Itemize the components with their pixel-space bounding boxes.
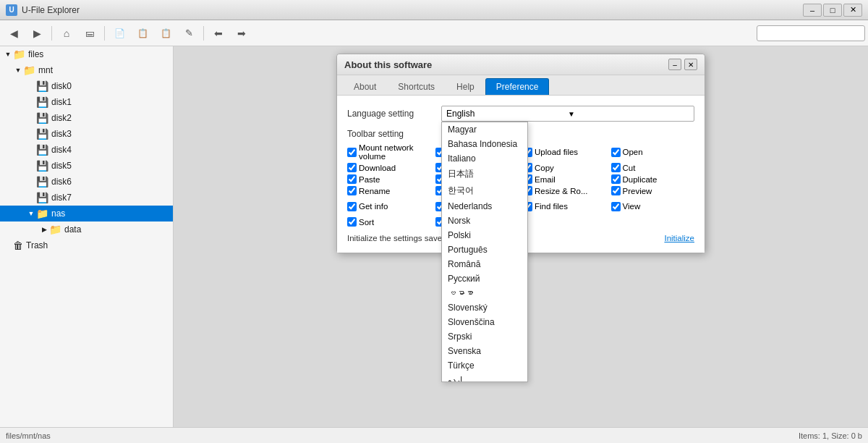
lang-option-italiano[interactable]: Italiano	[442, 151, 527, 166]
checkbox-upload: Upload files	[523, 143, 607, 161]
lang-option-japanese[interactable]: 日本語	[442, 166, 527, 182]
dialog-minimize-button[interactable]: –	[668, 59, 681, 70]
checkbox-preview-label: Preview	[623, 187, 652, 195]
sidebar-label-files: files	[28, 49, 43, 59]
sidebar-item-disk0[interactable]: 💾 disk0	[0, 78, 173, 94]
toolbar-sep-3	[203, 26, 204, 41]
lang-option-romanian[interactable]: Română	[442, 257, 527, 271]
checkbox-findfiles-label: Find files	[535, 202, 568, 211]
lang-option-slovenian[interactable]: Slovenščina	[442, 315, 527, 329]
tab-preference[interactable]: Preference	[485, 78, 550, 95]
checkbox-email: Email	[523, 174, 607, 184]
lang-option-burmese[interactable]: ဗမာစာ	[442, 286, 527, 300]
paste-button[interactable]: 📋	[155, 23, 176, 43]
checkbox-cut: Cut	[611, 163, 695, 172]
checkbox-sort-input[interactable]	[347, 217, 357, 227]
lang-option-dutch[interactable]: Nederlands	[442, 199, 527, 214]
dialog-titlebar: About this software – ✕	[337, 54, 705, 75]
lang-option-bahasa[interactable]: Bahasa Indonesia	[442, 137, 527, 151]
lang-option-urdu[interactable]: اردو	[442, 373, 527, 382]
toolbar: ◀ ▶ ⌂ 🖴 📄 📋 📋 ✎ ⬅ ➡	[0, 20, 868, 46]
redo-button[interactable]: ➡	[231, 23, 252, 43]
sidebar-item-disk2[interactable]: 💾 disk2	[0, 110, 173, 126]
language-label: Language setting	[347, 109, 441, 119]
checkbox-mount-input[interactable]	[347, 148, 357, 157]
title-bar: U U-File Explorer – □ ✕	[0, 0, 868, 20]
maximize-button[interactable]: □	[823, 4, 842, 17]
sidebar-item-nas[interactable]: ▼ 📁 nas	[0, 206, 173, 222]
checkbox-rename-label: Rename	[359, 187, 390, 195]
lang-option-turkish[interactable]: Türkçe	[442, 358, 527, 373]
tab-help[interactable]: Help	[446, 78, 485, 95]
undo-button[interactable]: ⬅	[208, 23, 229, 43]
checkbox-sort-label: Sort	[359, 218, 374, 227]
drive-button[interactable]: 🖴	[79, 23, 101, 43]
lang-option-slovak[interactable]: Slovenský	[442, 300, 527, 315]
sidebar-item-disk1[interactable]: 💾 disk1	[0, 94, 173, 110]
dialog-tabs: About Shortcuts Help Preference	[337, 75, 705, 96]
checkbox-mount: Mount network volume	[347, 143, 431, 161]
status-bar: files/mnt/nas Items: 1, Size: 0 b	[0, 427, 868, 443]
checkbox-resize-label: Resize & Ro...	[535, 187, 588, 195]
info-label: Items: 1, Size: 0 b	[799, 431, 862, 440]
back-button[interactable]: ◀	[3, 23, 25, 43]
checkbox-preview-input[interactable]	[611, 186, 621, 195]
init-link[interactable]: Initialize	[664, 234, 694, 242]
search-input[interactable]	[757, 25, 865, 41]
about-dialog: About this software – ✕ About Shortcuts …	[336, 54, 705, 253]
checkbox-copy: Copy	[523, 163, 607, 172]
checkbox-upload-label: Upload files	[535, 148, 578, 156]
checkbox-getinfo-input[interactable]	[347, 202, 357, 211]
lang-option-magyar[interactable]: Magyar	[442, 122, 527, 137]
lang-option-srpski[interactable]: Srpski	[442, 329, 527, 344]
checkbox-findfiles: Find files	[523, 198, 607, 215]
language-select-wrapper: English ▼ Magyar Bahasa Indonesia Italia…	[441, 106, 694, 122]
folder-icon-mnt: 📁	[23, 64, 35, 76]
sidebar-item-disk5[interactable]: 💾 disk5	[0, 158, 173, 174]
checkbox-paste-input[interactable]	[347, 174, 357, 184]
sidebar: ▼ 📁 files ▼ 📁 mnt 💾 disk0 💾 disk1 💾 disk…	[0, 46, 174, 427]
lang-option-swedish[interactable]: Svenska	[442, 344, 527, 358]
checkbox-paste: Paste	[347, 174, 431, 184]
sidebar-label-mnt: mnt	[38, 65, 53, 75]
checkbox-download-input[interactable]	[347, 163, 357, 172]
tab-shortcuts[interactable]: Shortcuts	[387, 78, 446, 95]
checkbox-view-input[interactable]	[611, 202, 621, 211]
checkbox-duplicate-input[interactable]	[611, 174, 621, 184]
dialog-close-button[interactable]: ✕	[684, 59, 697, 70]
lang-option-korean[interactable]: 한국어	[442, 182, 527, 199]
sidebar-item-trash[interactable]: 🗑 Trash	[0, 237, 173, 253]
new-file-button[interactable]: 📄	[109, 23, 130, 43]
checkbox-rename-input[interactable]	[347, 186, 357, 195]
tab-about[interactable]: About	[343, 78, 387, 95]
lang-option-polski[interactable]: Polski	[442, 228, 527, 242]
lang-option-russian[interactable]: Русский	[442, 271, 527, 286]
forward-button[interactable]: ▶	[26, 23, 48, 43]
checkbox-duplicate-label: Duplicate	[623, 175, 658, 184]
edit-button[interactable]: ✎	[178, 23, 200, 43]
lang-option-norsk[interactable]: Norsk	[442, 214, 527, 228]
checkbox-cut-input[interactable]	[611, 163, 621, 172]
sidebar-item-disk4[interactable]: 💾 disk4	[0, 142, 173, 158]
sidebar-item-files[interactable]: ▼ 📁 files	[0, 46, 173, 62]
content-area: 📁 data About this software – ✕ About Sho…	[174, 46, 868, 427]
sidebar-label-trash: Trash	[26, 240, 48, 250]
checkbox-open: Open	[611, 143, 695, 161]
language-select-display[interactable]: English ▼	[441, 106, 694, 122]
search-box	[757, 25, 865, 41]
sidebar-item-disk7[interactable]: 💾 disk7	[0, 190, 173, 206]
checkbox-paste-label: Paste	[359, 175, 380, 184]
copy-button[interactable]: 📋	[132, 23, 153, 43]
app-icon: U	[6, 4, 17, 16]
home-button[interactable]: ⌂	[56, 23, 77, 43]
language-dropdown[interactable]: Magyar Bahasa Indonesia Italiano 日本語 한국어…	[441, 122, 528, 382]
sidebar-item-disk6[interactable]: 💾 disk6	[0, 174, 173, 190]
minimize-button[interactable]: –	[803, 4, 822, 17]
sidebar-item-mnt[interactable]: ▼ 📁 mnt	[0, 62, 173, 78]
app-title: U-File Explorer	[22, 5, 803, 15]
sidebar-item-data[interactable]: ▶ 📁 data	[0, 222, 173, 237]
lang-option-portuguese[interactable]: Português	[442, 242, 527, 257]
close-button[interactable]: ✕	[843, 4, 862, 17]
checkbox-open-input[interactable]	[611, 148, 621, 157]
sidebar-item-disk3[interactable]: 💾 disk3	[0, 126, 173, 142]
